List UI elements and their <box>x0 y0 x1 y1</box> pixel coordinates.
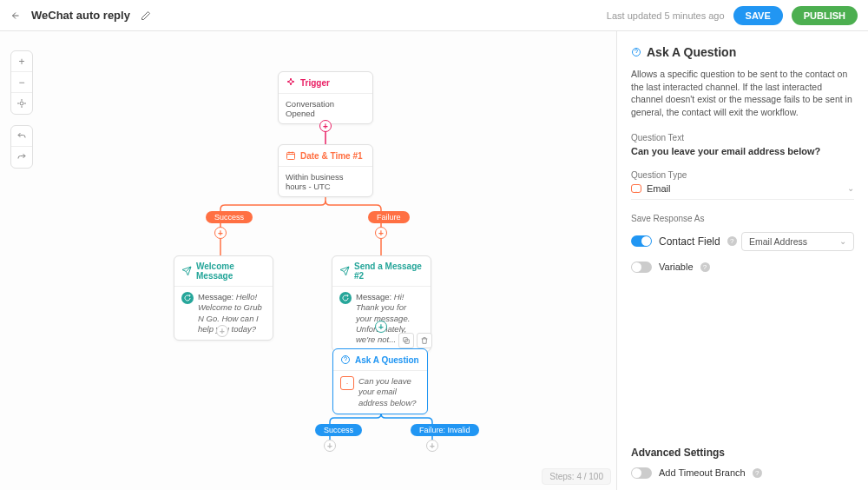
header-left: WeChat auto reply <box>10 9 151 22</box>
timeout-branch-label: Add Timeout Branch <box>659 467 746 478</box>
redo-button[interactable] <box>11 147 32 168</box>
chevron-down-icon: ⌄ <box>839 236 846 246</box>
question-icon <box>631 47 641 57</box>
save-button[interactable]: SAVE <box>733 6 783 25</box>
contact-field-row: Contact Field ? Email Address ⌄ <box>631 232 854 251</box>
node-body: Can you leave your email address below? <box>333 371 427 414</box>
sidebar-title: Ask A Question <box>647 45 736 59</box>
contact-field-toggle[interactable] <box>631 235 652 247</box>
variable-label: Variable <box>659 262 694 272</box>
timeout-branch-toggle[interactable] <box>631 467 652 479</box>
add-step-button[interactable]: + <box>324 440 336 452</box>
node-trigger[interactable]: Trigger Conversation Opened <box>278 71 373 124</box>
node-body: Within business hours - UTC <box>279 167 372 196</box>
workflow-canvas[interactable]: + − <box>0 31 616 490</box>
node-title: Welcome Message <box>196 262 266 281</box>
contact-field-select-value: Email Address <box>749 236 807 247</box>
help-icon[interactable]: ? <box>753 468 762 478</box>
zoom-in-button[interactable]: + <box>11 51 32 72</box>
trigger-icon <box>286 77 296 88</box>
property-sidebar: Ask A Question Allows a specific questio… <box>616 31 868 490</box>
send-icon <box>339 266 350 276</box>
last-updated-label: Last updated 5 minutes ago <box>607 10 725 21</box>
undo-controls <box>10 125 33 169</box>
variable-row: Variable ? <box>631 262 854 273</box>
undo-button[interactable] <box>11 126 32 147</box>
add-step-button[interactable]: + <box>375 321 387 333</box>
send-icon <box>181 266 192 276</box>
branch-pill-ask-success[interactable]: Success <box>315 424 362 436</box>
question-type-value: Email <box>647 183 671 194</box>
svg-rect-9 <box>287 153 295 160</box>
advanced-settings-label: Advanced Settings <box>631 447 854 459</box>
copy-icon <box>402 336 411 345</box>
duplicate-node-button[interactable] <box>398 333 414 348</box>
node-title: Send a Message #2 <box>354 262 424 281</box>
email-icon <box>340 376 354 390</box>
node-header: Trigger <box>279 72 372 94</box>
channel-badge-icon <box>339 292 352 304</box>
node-title: Ask A Question <box>355 355 419 365</box>
trash-icon <box>420 336 429 345</box>
question-icon <box>340 354 351 365</box>
node-datetime[interactable]: Date & Time #1 Within business hours - U… <box>278 144 373 197</box>
fit-icon <box>16 98 27 109</box>
add-step-button[interactable]: + <box>319 120 332 132</box>
undo-icon <box>16 131 27 142</box>
add-step-button[interactable]: + <box>214 227 227 239</box>
back-arrow-icon[interactable] <box>10 10 21 21</box>
email-icon <box>631 184 641 193</box>
channel-badge-icon <box>181 292 194 304</box>
node-body: Conversation Opened <box>279 94 372 123</box>
branch-pill-success[interactable]: Success <box>206 211 253 223</box>
steps-counter: Steps: 4 / 100 <box>542 468 611 485</box>
node-title: Date & Time #1 <box>300 151 363 161</box>
node-message: Message: Hello! Welcome to Grub N Go. Ho… <box>198 292 266 334</box>
contact-field-select[interactable]: Email Address ⌄ <box>741 232 854 251</box>
variable-toggle[interactable] <box>631 262 652 273</box>
delete-node-button[interactable] <box>417 333 432 348</box>
collapse-sidebar-button[interactable] <box>616 35 617 56</box>
node-header: Welcome Message <box>174 256 273 287</box>
add-step-button[interactable]: + <box>375 227 387 239</box>
redo-icon <box>16 152 27 162</box>
node-ask-question[interactable]: Ask A Question Can you leave your email … <box>332 348 428 414</box>
app-header: WeChat auto reply Last updated 5 minutes… <box>0 0 868 31</box>
node-header: Send a Message #2 <box>332 256 431 287</box>
help-icon[interactable]: ? <box>727 236 737 246</box>
node-header: Ask A Question <box>333 349 427 371</box>
node-message: Can you leave your email address below? <box>358 376 420 408</box>
sidebar-title-row: Ask A Question <box>631 45 854 59</box>
node-title: Trigger <box>300 78 330 88</box>
help-icon[interactable]: ? <box>700 262 710 272</box>
header-right: Last updated 5 minutes ago SAVE PUBLISH <box>607 6 858 25</box>
chevron-down-icon: ⌄ <box>847 183 854 193</box>
sidebar-description: Allows a specific question to be sent to… <box>631 68 854 119</box>
node-header: Date & Time #1 <box>279 145 372 167</box>
add-step-button[interactable]: + <box>216 325 228 337</box>
zoom-out-button[interactable]: − <box>11 72 32 93</box>
question-text-label: Question Text <box>631 133 854 142</box>
question-type-select[interactable]: Email ⌄ <box>631 183 854 200</box>
add-step-button[interactable]: + <box>426 440 438 452</box>
branch-pill-failure[interactable]: Failure <box>368 211 410 223</box>
node-actions <box>398 333 432 348</box>
timeout-branch-row: Add Timeout Branch ? <box>631 467 854 479</box>
publish-button[interactable]: PUBLISH <box>792 6 858 25</box>
zoom-controls: + − <box>10 50 33 115</box>
save-response-label: Save Response As <box>631 214 854 223</box>
zoom-fit-button[interactable] <box>11 93 32 114</box>
workflow-title: WeChat auto reply <box>31 9 130 22</box>
question-text-value[interactable]: Can you leave your email address below? <box>631 146 854 156</box>
branch-pill-ask-failure[interactable]: Failure: Invalid <box>411 424 479 436</box>
question-type-label: Question Type <box>631 170 854 180</box>
calendar-icon <box>286 150 296 161</box>
edit-icon[interactable] <box>141 10 151 21</box>
contact-field-label: Contact Field <box>659 235 720 248</box>
